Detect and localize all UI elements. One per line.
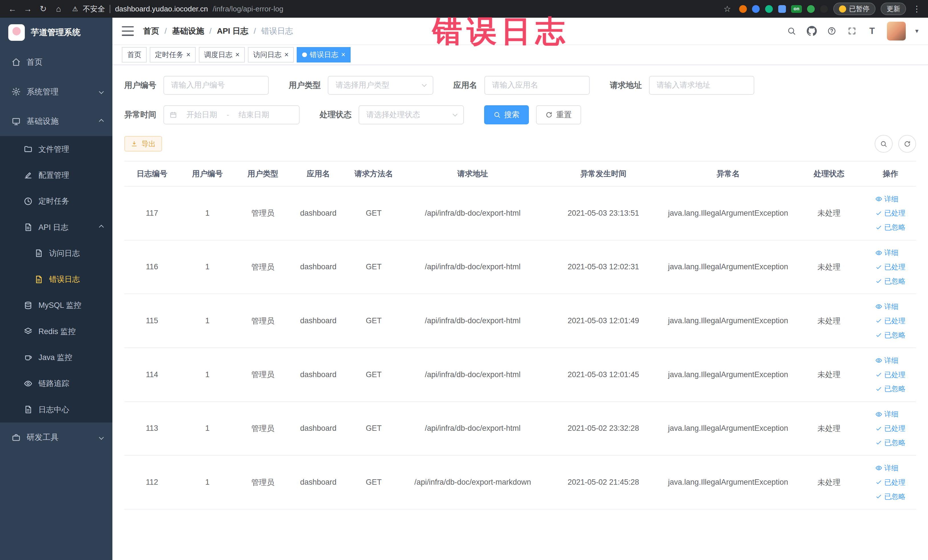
breadcrumb-separator: /	[165, 26, 167, 36]
app-name-input[interactable]	[484, 76, 590, 95]
app-title: 芋道管理系统	[31, 27, 81, 38]
process-link[interactable]: 已处理	[875, 314, 905, 328]
edit-icon	[24, 171, 32, 179]
detail-link[interactable]: 详细	[875, 192, 898, 206]
sidebar-item-home[interactable]: 首页	[0, 47, 112, 77]
eye-icon	[875, 195, 882, 203]
ext-paw-icon[interactable]	[820, 5, 828, 13]
breadcrumb-infra[interactable]: 基础设施	[172, 26, 204, 37]
user-avatar[interactable]	[887, 22, 906, 41]
tab-access-log[interactable]: 访问日志 ×	[248, 47, 294, 63]
url-path[interactable]: /infra/log/api-error-log	[212, 5, 283, 13]
tab-schedule-log[interactable]: 调度日志 ×	[199, 47, 245, 63]
detail-link[interactable]: 详细	[875, 300, 898, 313]
process-status-select[interactable]	[359, 105, 464, 124]
sidebar-item-label: 基础设施	[26, 116, 58, 127]
hamburger-icon[interactable]	[122, 26, 133, 36]
ignore-link[interactable]: 已忽略	[875, 275, 905, 288]
sidebar-item-label: Java 监控	[38, 352, 72, 363]
ext-green-circle-icon[interactable]	[765, 5, 773, 13]
export-button[interactable]: 导出	[124, 136, 162, 151]
process-link[interactable]: 已处理	[875, 206, 905, 220]
user-type-select[interactable]	[328, 76, 433, 95]
sidebar-item-dev-tools[interactable]: 研发工具	[0, 423, 112, 452]
sidebar-item-scheduled-job[interactable]: 定时任务	[0, 188, 112, 214]
sidebar-item-infra[interactable]: 基础设施	[0, 107, 112, 136]
navbar-actions: T ▾	[786, 22, 919, 41]
tab-close-icon[interactable]: ×	[235, 51, 240, 58]
ignore-link[interactable]: 已忽略	[875, 436, 905, 449]
ignore-link[interactable]: 已忽略	[875, 329, 905, 342]
sidebar-item-redis-monitor[interactable]: Redis 监控	[0, 318, 112, 344]
ignore-link[interactable]: 已忽略	[875, 490, 905, 503]
chrome-update-button[interactable]: 更新	[881, 3, 906, 15]
table-header-row: 日志编号 用户编号 用户类型 应用名 请求方法名 请求地址 异常发生时间 异常名…	[124, 161, 916, 186]
process-status-select-input[interactable]	[359, 105, 464, 124]
cell-request-url: /api/infra/db-doc/export-markdown	[401, 455, 544, 509]
fullscreen-icon[interactable]	[847, 26, 857, 36]
date-range-picker[interactable]: -	[163, 105, 299, 124]
help-icon[interactable]	[826, 26, 837, 36]
ext-leaf-icon[interactable]	[807, 5, 815, 13]
sidebar-item-access-log[interactable]: 访问日志	[0, 240, 112, 266]
app-logo[interactable]: 芋道管理系统	[0, 18, 112, 47]
reset-button[interactable]: 重置	[536, 105, 581, 124]
ext-blue-drop-icon[interactable]	[752, 5, 760, 13]
tab-scheduled-job[interactable]: 定时任务 ×	[150, 47, 196, 63]
ext-orange-icon[interactable]	[739, 5, 747, 13]
sidebar-item-config-manage[interactable]: 配置管理	[0, 162, 112, 188]
browser-menu-icon[interactable]: ⋮	[911, 4, 922, 14]
process-link[interactable]: 已处理	[875, 422, 905, 435]
browser-forward-icon[interactable]: →	[21, 2, 35, 15]
process-link[interactable]: 已处理	[875, 368, 905, 381]
tab-close-icon[interactable]: ×	[284, 51, 289, 58]
sidebar-item-java-monitor[interactable]: Java 监控	[0, 344, 112, 370]
request-url-input[interactable]	[649, 76, 754, 95]
search-icon[interactable]	[786, 26, 797, 36]
ext-blue-grid-icon[interactable]	[778, 5, 786, 13]
security-label[interactable]: 不安全	[83, 4, 105, 14]
paused-badge[interactable]: 已暂停	[833, 3, 876, 15]
user-type-select-input[interactable]	[328, 76, 433, 95]
process-link[interactable]: 已处理	[875, 261, 905, 273]
check-icon	[875, 493, 882, 500]
date-end-input[interactable]	[232, 110, 275, 119]
font-size-icon[interactable]: T	[867, 26, 877, 36]
avatar-caret-down-icon[interactable]: ▾	[915, 27, 918, 35]
sidebar-item-log-center[interactable]: 日志中心	[0, 397, 112, 423]
sidebar-item-trace[interactable]: 链路追踪	[0, 371, 112, 397]
browser-reload-icon[interactable]: ↻	[37, 2, 50, 15]
refresh-button[interactable]	[898, 135, 916, 153]
tab-close-icon[interactable]: ×	[341, 51, 345, 58]
ext-on-badge-icon[interactable]: on	[791, 5, 801, 13]
tab-home[interactable]: 首页	[122, 47, 147, 63]
breadcrumb-api-log[interactable]: API 日志	[217, 26, 248, 37]
breadcrumb-home[interactable]: 首页	[143, 26, 159, 37]
url-domain[interactable]: dashboard.yudao.iocoder.cn	[115, 5, 208, 13]
detail-link[interactable]: 详细	[875, 354, 898, 367]
detail-link[interactable]: 详细	[875, 407, 898, 421]
browser-home-icon[interactable]: ⌂	[52, 2, 65, 15]
sidebar-item-api-log[interactable]: API 日志	[0, 214, 112, 240]
address-bar[interactable]: ⚠ 不安全 dashboard.yudao.iocoder.cn/infra/l…	[72, 4, 712, 14]
detail-link[interactable]: 详细	[875, 462, 898, 475]
sidebar-item-system[interactable]: 系统管理	[0, 77, 112, 107]
tab-close-icon[interactable]: ×	[186, 51, 191, 58]
browser-back-icon[interactable]: ←	[6, 2, 19, 15]
date-start-input[interactable]	[180, 110, 223, 119]
user-id-input[interactable]	[163, 76, 269, 95]
process-label: 已处理	[884, 206, 905, 220]
github-icon[interactable]	[806, 26, 817, 36]
bookmark-star-icon[interactable]: ☆	[720, 2, 734, 15]
tab-error-log[interactable]: 错误日志 ×	[297, 47, 351, 63]
process-link[interactable]: 已处理	[875, 476, 905, 489]
sidebar-item-error-log[interactable]: 错误日志	[0, 267, 112, 292]
ignore-link[interactable]: 已忽略	[875, 382, 905, 395]
search-button[interactable]: 搜索	[484, 105, 529, 124]
sidebar-item-file-manage[interactable]: 文件管理	[0, 136, 112, 162]
detail-link[interactable]: 详细	[875, 246, 898, 259]
filter-app-name: 应用名	[453, 76, 590, 95]
toggle-search-button[interactable]	[875, 135, 892, 153]
ignore-link[interactable]: 已忽略	[875, 221, 905, 234]
sidebar-item-mysql-monitor[interactable]: MySQL 监控	[0, 292, 112, 318]
